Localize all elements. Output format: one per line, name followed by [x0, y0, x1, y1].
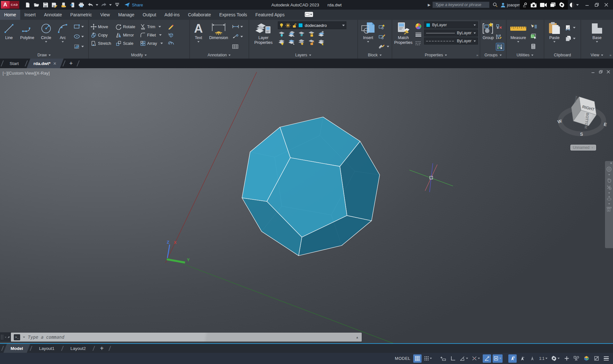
viewcube-face-bottom[interactable]	[573, 110, 596, 126]
overlay-gear-icon[interactable]	[559, 2, 565, 8]
file-tab-rda[interactable]: rda.dwt*✕	[28, 59, 62, 68]
fillet-button[interactable]: Fillet	[140, 31, 163, 39]
layer-thaw-all-button[interactable]	[298, 39, 305, 46]
ungroup-button[interactable]	[496, 22, 504, 31]
quick-calculator-button[interactable]	[530, 42, 537, 51]
command-recent-icon[interactable]: >_	[14, 334, 20, 340]
annotation-scale-icon[interactable]	[528, 354, 536, 363]
tab-manage[interactable]: Manage	[114, 10, 139, 20]
share-button[interactable]: Share	[124, 2, 143, 7]
tab-annotate[interactable]: Annotate	[40, 10, 66, 20]
workspace-switching[interactable]	[550, 354, 561, 363]
stretch-button[interactable]: Stretch	[91, 39, 111, 47]
drawing-viewport[interactable]: Z X Y [−][Custom View][X-Ray] W S E RIGH…	[0, 68, 613, 343]
command-expand-icon[interactable]: ▲	[356, 336, 359, 339]
app-menu-button[interactable]: A CAD	[0, 0, 19, 10]
panel-label-utilities[interactable]: Utilities	[506, 52, 544, 59]
table-button[interactable]	[232, 42, 243, 51]
close-button[interactable]	[603, 1, 610, 8]
snap-mode-toggle[interactable]	[423, 354, 433, 363]
tab-insert[interactable]: Insert	[20, 10, 40, 20]
layer-isolate-button[interactable]	[288, 30, 295, 37]
object-snap-toggle[interactable]	[493, 354, 503, 363]
layer-on-button[interactable]	[278, 39, 286, 46]
quick-select-button[interactable]	[530, 22, 537, 31]
layer-make-current-button[interactable]	[318, 30, 325, 37]
command-wrench-icon[interactable]	[8, 335, 10, 339]
circle-button[interactable]: Circle	[38, 21, 54, 52]
isodraft-toggle[interactable]	[471, 354, 481, 363]
arc-button[interactable]: Arc	[56, 21, 70, 52]
create-block-button[interactable]	[378, 22, 389, 31]
customize-qat-button[interactable]	[113, 1, 121, 9]
linear-dimension-button[interactable]	[232, 22, 243, 31]
save-to-web-button[interactable]	[69, 1, 76, 9]
ribbon-display-toggle[interactable]	[305, 12, 313, 17]
layer-properties-button[interactable]: Layer Properties	[251, 21, 276, 52]
showmotion-icon[interactable]	[607, 207, 612, 212]
offset-button[interactable]	[167, 39, 174, 47]
osnap-tracking-toggle[interactable]	[483, 354, 491, 363]
line-button[interactable]: Line	[2, 21, 16, 52]
undo-dropdown[interactable]	[95, 4, 99, 6]
model-space-label[interactable]: MODEL	[395, 356, 411, 361]
text-button[interactable]: A Text	[192, 21, 205, 52]
base-button[interactable]: Base	[589, 21, 605, 52]
tab-parametric[interactable]: Parametric	[66, 10, 96, 20]
object-color-dropdown[interactable]: ByLayer	[424, 21, 478, 28]
match-properties-button[interactable]: Match Properties	[394, 21, 413, 52]
viewcube-face-left[interactable]	[571, 97, 581, 121]
move-button[interactable]: Move	[91, 22, 111, 31]
command-close-icon[interactable]	[5, 336, 6, 339]
layer-lock-button[interactable]	[308, 30, 315, 37]
open-file-button[interactable]	[33, 1, 40, 9]
layer-dropdown[interactable]: dodecaedro	[278, 21, 346, 29]
open-from-web-button[interactable]	[60, 1, 67, 9]
redo-dropdown[interactable]	[109, 4, 112, 6]
layout-tab-layout2[interactable]: Layout2	[65, 344, 91, 353]
dimension-button[interactable]: Dimension	[207, 21, 230, 52]
status-menu-button[interactable]	[602, 354, 610, 363]
annotation-scale-value[interactable]: 1:1	[538, 354, 549, 363]
save-as-button[interactable]	[51, 1, 58, 9]
window-copy-icon[interactable]	[550, 2, 556, 7]
command-grip[interactable]	[0, 332, 11, 342]
plot-button[interactable]	[77, 1, 85, 9]
autoscale-toggle[interactable]	[518, 354, 527, 363]
pan-icon[interactable]	[607, 178, 612, 183]
minimize-button[interactable]	[584, 1, 591, 8]
copy-clip-button[interactable]	[565, 34, 576, 43]
redo-button[interactable]	[100, 1, 108, 9]
panel-label-modify[interactable]: Modify	[89, 52, 190, 59]
tab-output[interactable]: Output	[139, 10, 160, 20]
viewport-restore-icon[interactable]	[599, 70, 603, 74]
group-button[interactable]: Group	[481, 21, 495, 52]
tab-home[interactable]: Home	[0, 10, 20, 20]
search-input[interactable]: Type a keyword or phrase	[432, 2, 489, 8]
overlay-dropdown[interactable]	[576, 4, 579, 6]
undo-button[interactable]	[86, 1, 94, 9]
define-attributes-button[interactable]	[378, 42, 389, 51]
viewport-close-icon[interactable]	[607, 70, 611, 74]
edit-block-button[interactable]	[378, 32, 389, 41]
annotation-visibility-toggle[interactable]	[508, 354, 517, 363]
group-edit-button[interactable]	[496, 33, 504, 41]
layer-match-button[interactable]	[288, 39, 295, 46]
search-icon[interactable]	[493, 2, 498, 7]
layer-freeze-button[interactable]	[298, 30, 305, 37]
close-file-tab-icon[interactable]: ✕	[53, 61, 57, 66]
isolate-objects-button[interactable]	[572, 354, 581, 363]
capture-pen-icon[interactable]	[523, 3, 527, 7]
new-drawing-tab-button[interactable]: +	[66, 59, 76, 68]
search-collapse-arrow[interactable]: ▶	[428, 3, 430, 7]
hatch-button[interactable]	[74, 42, 84, 51]
panel-label-draw[interactable]: Draw	[0, 52, 88, 59]
panel-label-properties[interactable]: Properties»	[392, 52, 480, 59]
ellipse-button[interactable]	[74, 32, 84, 41]
tab-addins[interactable]: Add-ins	[160, 10, 184, 20]
new-file-button[interactable]	[24, 1, 31, 9]
viewcube-view-name-button[interactable]: Unnamed▼	[570, 145, 596, 150]
polyline-button[interactable]: Polyline	[18, 21, 36, 52]
tab-view[interactable]: View	[96, 10, 114, 20]
layer-walk-button[interactable]	[318, 39, 325, 46]
